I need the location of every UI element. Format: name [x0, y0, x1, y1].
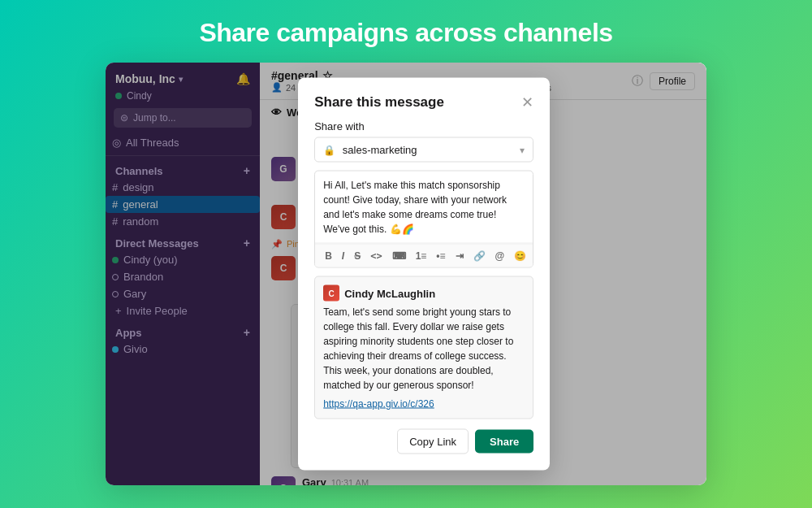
code-button[interactable]: <> — [367, 249, 385, 263]
preview-author-name: Cindy McLaughlin — [344, 287, 435, 299]
modal-title: Share this message — [314, 94, 444, 111]
compose-toolbar: B I S <> ⌨ 1≡ •≡ ⇥ 🔗 @ 😊 — [315, 244, 533, 267]
share-modal: Share this message ✕ Share with 🔒 sales-… — [298, 78, 550, 471]
link-button[interactable]: 🔗 — [470, 249, 489, 263]
italic-button[interactable]: I — [339, 249, 348, 263]
preview-avatar: C — [323, 285, 339, 302]
strikethrough-button[interactable]: S — [351, 249, 364, 263]
message-preview: C Cindy McLaughlin Team, let's send some… — [314, 276, 533, 419]
preview-author-row: C Cindy McLaughlin — [323, 285, 525, 302]
share-with-label: Share with — [314, 120, 533, 132]
select-left: 🔒 sales-marketing — [323, 144, 417, 156]
preview-text: Team, let's send some bright young stars… — [323, 305, 525, 393]
chevron-down-icon: ▾ — [520, 144, 525, 155]
modal-actions: Copy Link Share — [314, 429, 533, 454]
emoji-button[interactable]: 😊 — [511, 249, 529, 263]
modal-header: Share this message ✕ — [314, 94, 533, 111]
page-title: Share campaigns across channels — [199, 0, 612, 63]
bullet-list-button[interactable]: •≡ — [433, 249, 448, 263]
indent-button[interactable]: ⇥ — [452, 249, 467, 263]
selected-channel: sales-marketing — [343, 144, 417, 156]
compose-text-area[interactable]: Hi All, Let's make this match sponsorshi… — [315, 172, 533, 244]
mention-button[interactable]: @ — [492, 249, 508, 263]
lock-icon: 🔒 — [323, 145, 335, 156]
message-compose: Hi All, Let's make this match sponsorshi… — [314, 171, 533, 268]
channel-select[interactable]: 🔒 sales-marketing ▾ — [314, 137, 533, 163]
preview-link[interactable]: https://qa-app.giv.io/c/326 — [323, 398, 434, 410]
close-icon[interactable]: ✕ — [521, 95, 533, 110]
ordered-list-button[interactable]: 1≡ — [412, 249, 430, 263]
bold-button[interactable]: B — [322, 249, 335, 263]
copy-link-button[interactable]: Copy Link — [397, 429, 469, 454]
inline-code-button[interactable]: ⌨ — [389, 249, 409, 263]
share-button[interactable]: Share — [475, 430, 533, 454]
